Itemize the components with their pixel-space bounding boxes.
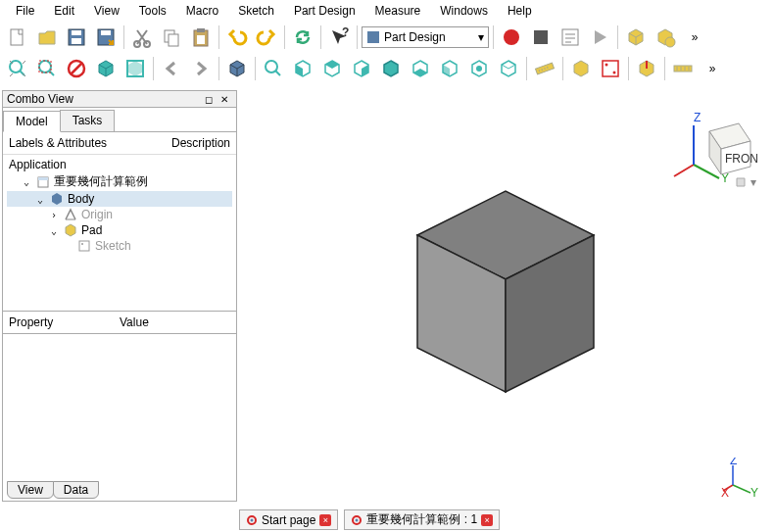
menu-windows[interactable]: Windows — [430, 2, 498, 20]
menu-view[interactable]: View — [84, 2, 129, 20]
macro-list-button[interactable] — [556, 24, 584, 51]
fit-all-button[interactable] — [4, 55, 31, 82]
tree-origin[interactable]: ›Origin — [7, 207, 232, 222]
overflow-button[interactable]: » — [681, 24, 708, 51]
refresh-button[interactable] — [289, 24, 316, 51]
pad-button[interactable] — [633, 55, 660, 82]
sketch-new-button[interactable] — [597, 55, 624, 82]
menu-measure[interactable]: Measure — [365, 2, 431, 20]
svg-point-58 — [356, 518, 359, 521]
tree-sketch[interactable]: Sketch — [7, 238, 232, 254]
draw-style-button[interactable] — [92, 55, 120, 82]
part-body-button[interactable] — [622, 24, 650, 51]
model-cube[interactable] — [359, 137, 653, 431]
copy-button[interactable] — [158, 24, 185, 51]
svg-rect-32 — [38, 177, 48, 180]
redo-button[interactable] — [253, 24, 280, 51]
bounding-box-button[interactable] — [121, 55, 149, 82]
svg-point-28 — [605, 64, 608, 67]
svg-rect-11 — [197, 28, 205, 32]
menu-bar: File Edit View Tools Macro Sketch Part D… — [0, 0, 774, 22]
body-icon — [50, 192, 64, 206]
svg-rect-12 — [197, 35, 205, 44]
paste-button[interactable] — [187, 24, 215, 51]
tree-application[interactable]: Application — [7, 157, 232, 172]
new-file-button[interactable] — [4, 24, 31, 51]
document-icon — [36, 175, 50, 189]
expand-icon[interactable]: › — [48, 210, 60, 220]
cut-button[interactable] — [128, 24, 156, 51]
tab-model[interactable]: Model — [3, 111, 61, 132]
expand-icon[interactable]: ⌄ — [21, 176, 32, 187]
close-tab-icon[interactable]: × — [481, 514, 493, 526]
svg-text:Z: Z — [730, 458, 737, 467]
property-body[interactable] — [3, 334, 236, 471]
tree-document[interactable]: ⌄重要幾何計算範例 — [7, 172, 232, 191]
iso-view-button[interactable] — [223, 55, 251, 82]
axis-gizmo: Y Z X — [721, 458, 760, 497]
svg-point-34 — [81, 243, 83, 245]
close-icon[interactable]: ✕ — [217, 92, 232, 106]
macro-stop-button[interactable] — [527, 24, 555, 51]
whatsthis-button[interactable]: ? — [325, 24, 353, 51]
tab-tasks[interactable]: Tasks — [60, 110, 116, 131]
view-top-button[interactable] — [318, 55, 346, 82]
undock-icon[interactable]: ◻ — [201, 92, 217, 106]
svg-point-29 — [613, 72, 616, 74]
doc-tab-start[interactable]: Start page × — [239, 509, 338, 530]
tab-view-props[interactable]: View — [7, 481, 54, 499]
chevron-down-icon: ▾ — [478, 30, 484, 44]
menu-tools[interactable]: Tools — [129, 2, 176, 20]
open-file-button[interactable] — [33, 24, 61, 51]
expand-icon[interactable]: ⌄ — [34, 194, 46, 205]
menu-help[interactable]: Help — [498, 2, 542, 20]
tab-data-props[interactable]: Data — [53, 481, 99, 499]
close-tab-icon[interactable]: × — [319, 514, 331, 526]
view-front-button[interactable] — [289, 55, 316, 82]
measure-linear-button[interactable] — [669, 55, 697, 82]
nav-prev-button[interactable] — [158, 55, 185, 82]
nav-next-button[interactable] — [187, 55, 215, 82]
overflow-button-2[interactable]: » — [699, 55, 726, 82]
menu-sketch[interactable]: Sketch — [228, 2, 284, 20]
expand-icon[interactable]: ⌄ — [48, 225, 60, 236]
save-button[interactable] — [63, 24, 90, 51]
menu-part-design[interactable]: Part Design — [284, 2, 365, 20]
tree-body[interactable]: ⌄Body — [7, 191, 232, 207]
zoom-button[interactable] — [260, 55, 287, 82]
part-primitive-button[interactable] — [652, 24, 679, 51]
tree-header-labels: Labels & Attributes — [9, 136, 171, 150]
menu-file[interactable]: File — [6, 2, 44, 20]
toolbar-main: ? Part Design ▾ » — [0, 22, 774, 53]
part-new-button[interactable] — [567, 55, 595, 82]
view-iso2-button[interactable] — [465, 55, 493, 82]
view-right-button[interactable] — [348, 55, 375, 82]
tree-pad[interactable]: ⌄Pad — [7, 222, 232, 238]
doc-tab-document[interactable]: 重要幾何計算範例 : 1 × — [344, 509, 500, 530]
view-left-button[interactable] — [436, 55, 463, 82]
value-col: Value — [120, 315, 230, 329]
menu-macro[interactable]: Macro — [176, 2, 228, 20]
svg-point-18 — [665, 37, 675, 47]
view-rear-button[interactable] — [377, 55, 405, 82]
tree-header-desc: Description — [171, 136, 230, 150]
navigation-cube[interactable]: Z Y FRONT ▾ — [670, 102, 758, 190]
viewport-3d[interactable]: Z Y FRONT ▾ Y Z X — [239, 90, 772, 507]
measure-button[interactable] — [531, 55, 558, 82]
property-col: Property — [9, 315, 120, 329]
saveas-button[interactable] — [92, 24, 120, 51]
view-dimetric-button[interactable] — [495, 55, 522, 82]
fit-selection-button[interactable] — [33, 55, 61, 82]
workbench-label: Part Design — [384, 30, 446, 44]
svg-line-39 — [694, 165, 719, 178]
macro-run-button[interactable] — [586, 24, 613, 51]
undo-button[interactable] — [223, 24, 251, 51]
workbench-selector[interactable]: Part Design ▾ — [362, 26, 489, 48]
no-view-button[interactable] — [63, 55, 90, 82]
svg-point-56 — [251, 518, 254, 521]
tree-view[interactable]: Application ⌄重要幾何計算範例 ⌄Body ›Origin ⌄Pad… — [3, 155, 236, 312]
macro-record-button[interactable] — [498, 24, 525, 51]
menu-edit[interactable]: Edit — [44, 2, 84, 20]
view-bottom-button[interactable] — [407, 55, 434, 82]
svg-rect-0 — [11, 29, 23, 45]
